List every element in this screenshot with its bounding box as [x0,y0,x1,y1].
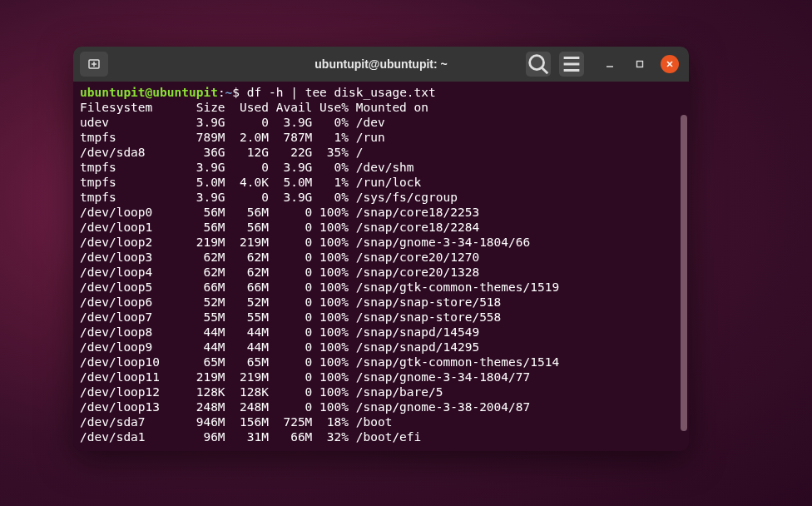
df-row: udev 3.9G 0 3.9G 0% /dev [80,115,682,130]
maximize-button[interactable] [631,55,649,73]
prompt-user-host: ubuntupit@ubuntupit [80,86,218,99]
df-row: /dev/sda8 36G 12G 22G 35% / [80,145,682,160]
svg-line-4 [542,68,548,74]
df-row: /dev/loop10 65M 65M 0 100% /snap/gtk-com… [80,355,682,370]
command-text [240,86,247,99]
prompt-sep2: $ [232,86,240,99]
df-row: tmpfs 789M 2.0M 787M 1% /run [80,130,682,145]
minimize-button[interactable] [601,55,619,73]
df-row: /dev/loop3 62M 62M 0 100% /snap/core20/1… [80,250,682,265]
df-row: /dev/sda1 96M 31M 66M 32% /boot/efi [80,429,682,444]
new-tab-icon [87,57,101,71]
df-row: /dev/loop8 44M 44M 0 100% /snap/snapd/14… [80,325,682,340]
df-row: /dev/loop9 44M 44M 0 100% /snap/snapd/14… [80,340,682,355]
df-row: /dev/loop13 248M 248M 0 100% /snap/gnome… [80,399,682,414]
titlebar-left [80,52,108,77]
df-output: udev 3.9G 0 3.9G 0% /devtmpfs 789M 2.0M … [80,115,682,444]
df-row: /dev/sda7 946M 156M 725M 18% /boot [80,414,682,429]
new-tab-button[interactable] [80,52,108,77]
df-row: /dev/loop2 219M 219M 0 100% /snap/gnome-… [80,235,682,250]
df-row: /dev/loop12 128K 128K 0 100% /snap/bare/… [80,384,682,399]
df-header: Filesystem Size Used Avail Use% Mounted … [80,100,682,115]
close-icon [666,60,674,68]
df-row: /dev/loop4 62M 62M 0 100% /snap/core20/1… [80,265,682,280]
svg-point-3 [530,56,544,70]
df-row: tmpfs 5.0M 4.0K 5.0M 1% /run/lock [80,175,682,190]
df-row: /dev/loop7 55M 55M 0 100% /snap/snap-sto… [80,310,682,325]
svg-rect-9 [637,62,643,67]
window-title: ubuntupit@ubuntupit: ~ [314,57,447,71]
menu-button[interactable] [559,52,584,77]
terminal-body[interactable]: ubuntupit@ubuntupit:~$ df -h | tee disk_… [73,82,689,451]
hamburger-icon [559,52,584,77]
terminal-window: ubuntupit@ubuntupit: ~ ubuntupit@ [73,47,689,451]
maximize-icon [636,60,644,68]
df-row: /dev/loop5 66M 66M 0 100% /snap/gtk-comm… [80,280,682,295]
minimize-icon [606,60,614,68]
df-row: tmpfs 3.9G 0 3.9G 0% /dev/shm [80,160,682,175]
prompt-line: ubuntupit@ubuntupit:~$ df -h | tee disk_… [80,85,682,100]
df-row: /dev/loop0 56M 56M 0 100% /snap/core18/2… [80,205,682,220]
df-row: tmpfs 3.9G 0 3.9G 0% /sys/fs/cgroup [80,190,682,205]
scrollbar-thumb[interactable] [681,115,687,431]
titlebar-right [526,52,682,77]
titlebar: ubuntupit@ubuntupit: ~ [73,47,689,82]
df-row: /dev/loop1 56M 56M 0 100% /snap/core18/2… [80,220,682,235]
window-controls [601,55,679,73]
search-icon [526,52,551,77]
close-button[interactable] [661,55,679,73]
prompt-sep1: : [218,86,225,99]
command: df -h | tee disk_usage.txt [247,86,436,99]
search-button[interactable] [526,52,551,77]
df-row: /dev/loop6 52M 52M 0 100% /snap/snap-sto… [80,295,682,310]
df-row: /dev/loop11 219M 219M 0 100% /snap/gnome… [80,370,682,384]
